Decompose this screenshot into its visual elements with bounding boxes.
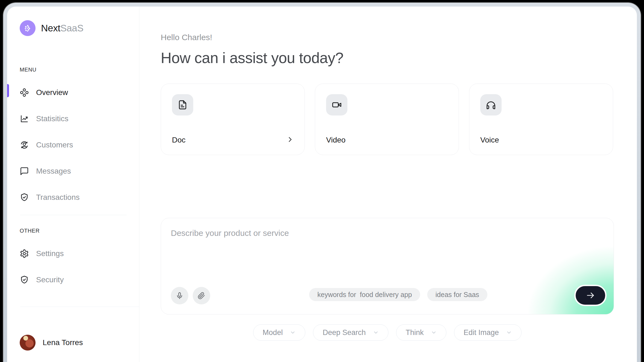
card-voice[interactable]: Voice	[469, 84, 613, 155]
line-chart-icon	[20, 114, 29, 123]
paperclip-icon	[198, 292, 205, 299]
composer-tools	[171, 287, 210, 304]
chevron-down-icon	[431, 330, 437, 336]
card-video[interactable]: Video	[315, 84, 459, 155]
chevron-right-icon	[286, 136, 294, 144]
shield-check-icon	[20, 275, 29, 284]
brand-logo-icon	[20, 20, 36, 36]
suggestion-chips: keywords for food delivery app ideas for…	[309, 288, 487, 301]
action-cards: Doc Video	[161, 84, 614, 155]
brand-logo: NextSaaS	[20, 20, 128, 36]
card-icon-tile	[172, 94, 193, 115]
card-icon-tile	[326, 94, 347, 115]
prompt-composer[interactable]: Describe your product or service	[161, 218, 614, 314]
think-dropdown[interactable]: Think	[396, 324, 446, 341]
model-options-row: Model Deep Search Think Edit Image	[161, 324, 614, 341]
chevron-down-icon	[290, 330, 296, 336]
speech-bubble-icon	[20, 167, 29, 176]
app-window: NextSaaS MENU Overview Statisitics	[7, 7, 637, 362]
sidebar-item-statistics[interactable]: Statisitics	[20, 110, 128, 127]
attach-button[interactable]	[193, 287, 210, 304]
device-frame: NextSaaS MENU Overview Statisitics	[3, 3, 641, 362]
greeting-text: Hello Charles!	[161, 33, 637, 42]
card-label: Video	[326, 136, 346, 144]
brand-name: NextSaaS	[41, 23, 83, 34]
menu-section-label: MENU	[20, 67, 128, 73]
avatar	[20, 335, 36, 351]
chevron-down-icon	[506, 330, 512, 336]
send-button[interactable]	[574, 285, 607, 306]
user-profile[interactable]: Lena Torres	[20, 335, 128, 351]
mic-button[interactable]	[171, 287, 188, 304]
edit-image-dropdown[interactable]: Edit Image	[454, 324, 522, 341]
user-name: Lena Torres	[43, 338, 83, 347]
sidebar-item-customers[interactable]: Customers	[20, 136, 128, 154]
chevron-down-icon	[373, 330, 379, 336]
user-refresh-icon	[20, 140, 29, 150]
card-label: Doc	[172, 136, 186, 144]
other-nav: Settings Security	[20, 245, 128, 289]
sidebar-footer-divider	[20, 307, 139, 307]
gear-icon	[20, 249, 29, 258]
card-doc[interactable]: Doc	[161, 84, 305, 155]
clover-dashboard-icon	[20, 88, 29, 97]
sidebar: NextSaaS MENU Overview Statisitics	[7, 7, 139, 362]
menu-nav: Overview Statisitics Customers	[20, 84, 128, 206]
headphones-icon	[486, 100, 496, 110]
composer-placeholder: Describe your product or service	[171, 229, 289, 238]
deep-search-dropdown[interactable]: Deep Search	[313, 324, 388, 341]
sidebar-item-overview[interactable]: Overview	[20, 84, 128, 101]
video-camera-icon	[332, 100, 342, 110]
sidebar-item-messages[interactable]: Messages	[20, 162, 128, 180]
shield-check-icon	[20, 193, 29, 202]
sidebar-item-security[interactable]: Security	[20, 271, 128, 289]
sidebar-item-transactions[interactable]: Transactions	[20, 189, 128, 206]
sidebar-divider	[20, 215, 127, 215]
other-section-label: OTHER	[20, 228, 128, 234]
main-content: Hello Charles! How can i assist you toda…	[139, 7, 637, 362]
microphone-icon	[176, 292, 183, 299]
chip-keywords-food-delivery[interactable]: keywords for food delivery app	[309, 288, 420, 301]
chip-ideas-for-saas[interactable]: ideas for Saas	[427, 288, 487, 301]
active-indicator	[7, 84, 9, 97]
model-dropdown[interactable]: Model	[253, 324, 306, 341]
card-icon-tile	[480, 94, 502, 115]
arrow-right-icon	[586, 290, 595, 300]
sidebar-item-settings[interactable]: Settings	[20, 245, 128, 262]
file-text-icon	[177, 100, 188, 110]
page-title: How can i assist you today?	[161, 49, 637, 67]
card-label: Voice	[480, 136, 499, 144]
